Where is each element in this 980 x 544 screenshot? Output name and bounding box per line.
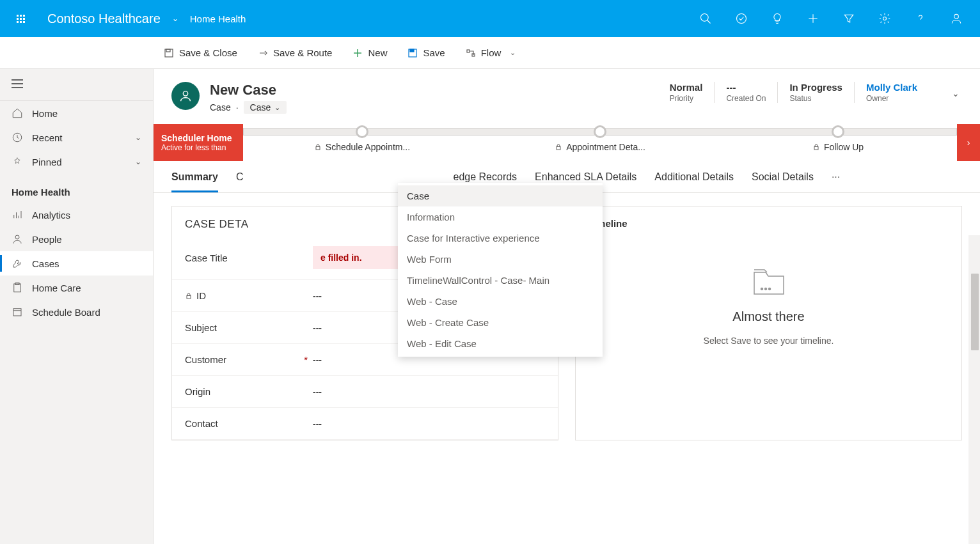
hdr-val: In Progress: [789, 82, 842, 93]
form-menu-item[interactable]: Case for Interactive experience: [398, 228, 603, 249]
bpf-stage-appointment[interactable]: Appointment Deta...: [481, 124, 719, 161]
field-label-text: Customer: [185, 354, 226, 365]
required-indicator: *: [304, 354, 308, 365]
app-name[interactable]: Contoso Healthcare ⌄: [47, 12, 178, 26]
hdr-val: ---: [726, 82, 766, 93]
pin-icon: [12, 156, 23, 167]
lightbulb-icon[interactable]: [760, 0, 794, 37]
field-origin[interactable]: Origin ---: [172, 376, 558, 408]
scrollbar-thumb[interactable]: [971, 274, 979, 350]
chevron-down-icon: ⌄: [510, 49, 516, 57]
form-menu-item[interactable]: Web - Case: [398, 291, 603, 312]
bpf-stage-schedule[interactable]: Schedule Appointm...: [243, 124, 481, 161]
bpf-row: Scheduler Home Active for less than Sche…: [154, 124, 980, 161]
plus-icon[interactable]: [796, 0, 830, 37]
nav-collapse-button[interactable]: [0, 69, 153, 101]
timeline-empty-sub: Select Save to see your timeline.: [704, 336, 834, 346]
form-menu-item[interactable]: Information: [398, 206, 603, 228]
svg-point-34: [764, 288, 766, 290]
nav-schedule-board[interactable]: Schedule Board: [0, 300, 153, 324]
svg-rect-29: [316, 147, 320, 150]
form-selector-label: Case: [250, 102, 271, 113]
svg-point-33: [761, 288, 763, 290]
hdr-label: Created On: [726, 94, 766, 103]
header-field-created-on[interactable]: --- Created On: [714, 82, 777, 103]
nav-people[interactable]: People: [0, 227, 153, 251]
field-label-text: Subject: [185, 322, 217, 333]
bpf-next-button[interactable]: ›: [957, 124, 980, 161]
app-launcher[interactable]: [6, 4, 35, 33]
folder-icon: [750, 266, 787, 298]
nav-home[interactable]: Home: [0, 101, 153, 125]
nav-recent[interactable]: Recent ⌄: [0, 125, 153, 150]
cmd-label: Save & Route: [273, 47, 333, 58]
svg-point-2: [737, 14, 747, 24]
form-menu-item[interactable]: Web Form: [398, 249, 603, 270]
nav-label: Analytics: [32, 210, 70, 221]
lock-icon: [812, 143, 820, 151]
user-icon[interactable]: [939, 0, 974, 37]
bpf-dot: [594, 125, 606, 138]
main-content: New Case Case · Case ⌄ Normal Priority: [154, 69, 980, 544]
save-route-button[interactable]: Save & Route: [255, 43, 335, 62]
form-menu-item[interactable]: TimelineWallControl - Case- Main: [398, 270, 603, 291]
nav-cases[interactable]: Cases: [0, 251, 153, 276]
svg-rect-31: [814, 147, 818, 150]
hdr-label: Priority: [670, 94, 703, 103]
form-menu-item[interactable]: Web - Edit Case: [398, 333, 603, 354]
form-menu-item[interactable]: Case: [398, 185, 603, 206]
bpf-stage-followup[interactable]: Follow Up: [719, 124, 957, 161]
timeline-title: Timeline: [576, 206, 961, 240]
flow-button[interactable]: Flow ⌄: [463, 43, 519, 62]
bpf-dot: [356, 125, 368, 138]
form-selector-menu: Case Information Case for Interactive ex…: [398, 183, 603, 357]
svg-rect-30: [557, 147, 560, 150]
record-title: New Case: [210, 82, 287, 98]
header-field-status[interactable]: In Progress Status: [777, 82, 854, 103]
bpf-active-stage[interactable]: Scheduler Home Active for less than: [154, 124, 243, 161]
hdr-val: Normal: [670, 82, 703, 93]
field-label-text: Case Title: [185, 253, 228, 263]
help-icon[interactable]: [903, 0, 938, 37]
svg-line-1: [707, 20, 711, 24]
record-entity: Case: [210, 102, 231, 113]
timeline-empty-title: Almost there: [732, 309, 804, 324]
svg-point-5: [883, 17, 887, 20]
banner-title: Scheduler Home: [161, 133, 235, 143]
tab-more[interactable]: ···: [832, 171, 840, 192]
header-field-owner[interactable]: Molly Clark Owner: [854, 82, 929, 103]
nav-pinned[interactable]: Pinned ⌄: [0, 150, 153, 174]
tab-additional-details[interactable]: Additional Details: [654, 171, 734, 192]
new-button[interactable]: New: [350, 43, 390, 62]
scrollbar[interactable]: [968, 235, 980, 544]
field-contact[interactable]: Contact ---: [172, 408, 558, 440]
save-close-button[interactable]: Save & Close: [161, 43, 240, 62]
gear-icon[interactable]: [867, 0, 902, 37]
bpf-dot: [832, 125, 844, 138]
tab-partial-1[interactable]: C: [236, 171, 244, 192]
field-value: ---: [313, 419, 545, 429]
tab-summary[interactable]: Summary: [171, 171, 218, 192]
cmd-label: Save & Close: [179, 47, 237, 58]
field-label-text: ID: [196, 290, 206, 301]
form-selector[interactable]: Case ⌄: [244, 101, 287, 114]
header-field-priority[interactable]: Normal Priority: [658, 82, 715, 103]
save-button[interactable]: Save: [405, 43, 447, 62]
person-icon: [178, 89, 193, 103]
field-label-text: Contact: [185, 418, 218, 429]
nav-analytics[interactable]: Analytics: [0, 203, 153, 227]
command-bar: Save & Close Save & Route New Save Flow …: [0, 37, 980, 69]
header-expand[interactable]: ⌄: [939, 82, 962, 98]
tab-social-details[interactable]: Social Details: [752, 171, 814, 192]
cmd-label: New: [368, 47, 387, 58]
calendar-icon: [12, 306, 23, 318]
timeline-panel: Timeline Almost there Select Save to see…: [575, 206, 962, 440]
banner-sub: Active for less than: [161, 143, 235, 152]
search-icon[interactable]: [688, 0, 723, 37]
task-icon[interactable]: [724, 0, 759, 37]
filter-icon[interactable]: [832, 0, 866, 37]
nav-home-care[interactable]: Home Care: [0, 276, 153, 300]
form-menu-item[interactable]: Web - Create Case: [398, 312, 603, 333]
nav-label: Home: [32, 108, 58, 119]
svg-rect-12: [410, 49, 414, 52]
